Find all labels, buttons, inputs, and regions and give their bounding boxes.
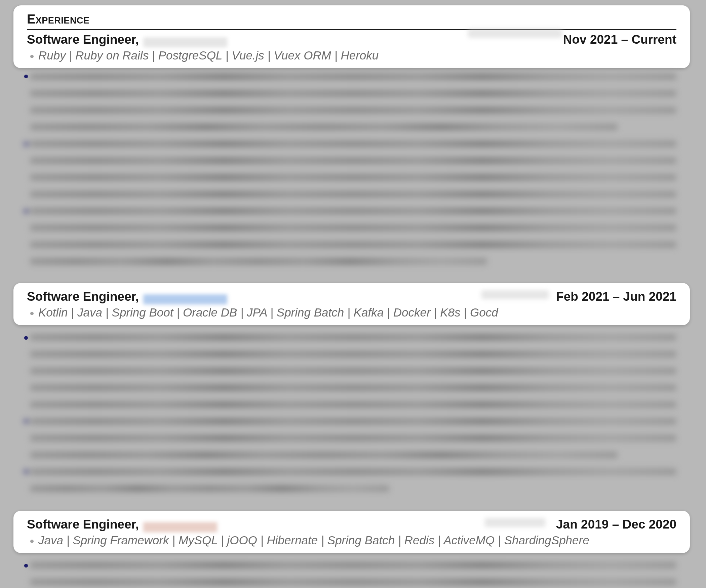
redacted-line bbox=[30, 191, 676, 198]
redacted-line bbox=[30, 579, 676, 585]
redacted-line bbox=[30, 157, 676, 164]
location-redacted bbox=[468, 29, 562, 38]
role-dates: Jan 2019 – Dec 2020 bbox=[556, 517, 676, 532]
role-dates: Nov 2021 – Current bbox=[563, 33, 676, 47]
role-row: Software Engineer, Nov 2021 – Current bbox=[27, 33, 676, 47]
experience-block-2: Software Engineer, Feb 2021 – Jun 2021 K… bbox=[13, 283, 690, 325]
redacted-line bbox=[30, 73, 676, 80]
redacted-line bbox=[30, 241, 676, 248]
tech-stack-line: Java | Spring Framework | MySQL | jOOQ |… bbox=[38, 534, 676, 547]
role-title-wrap: Software Engineer, bbox=[27, 290, 227, 304]
redacted-line bbox=[30, 435, 676, 442]
role-row: Software Engineer, Feb 2021 – Jun 2021 bbox=[27, 290, 676, 304]
location-redacted bbox=[485, 518, 545, 527]
resume-page: Experience Software Engineer, Nov 2021 –… bbox=[0, 0, 706, 588]
redacted-content-region bbox=[30, 334, 682, 502]
redacted-line bbox=[30, 334, 676, 341]
role-title-wrap: Software Engineer, bbox=[27, 33, 227, 47]
section-header-experience: Experience bbox=[27, 12, 676, 30]
redacted-line bbox=[30, 258, 487, 265]
redacted-line bbox=[30, 208, 676, 214]
bullet-icon bbox=[24, 419, 28, 423]
location-redacted bbox=[481, 290, 549, 299]
redacted-line bbox=[30, 468, 676, 475]
redacted-content-region bbox=[30, 562, 682, 588]
redacted-line bbox=[30, 124, 617, 130]
bullet-icon bbox=[24, 75, 28, 78]
bullet-icon bbox=[24, 336, 28, 340]
company-redacted bbox=[143, 37, 227, 47]
redacted-line bbox=[30, 485, 389, 492]
tech-stack-line: Ruby | Ruby on Rails | PostgreSQL | Vue.… bbox=[38, 49, 676, 62]
redacted-content-region bbox=[30, 73, 682, 275]
bullet-icon bbox=[24, 142, 28, 146]
redacted-line bbox=[30, 174, 676, 181]
tech-stack-line: Kotlin | Java | Spring Boot | Oracle DB … bbox=[38, 306, 676, 319]
bullet-icon bbox=[24, 209, 28, 213]
role-title: Software Engineer, bbox=[27, 517, 139, 531]
redacted-line bbox=[30, 90, 676, 97]
redacted-line bbox=[30, 351, 676, 358]
bullet-icon bbox=[24, 470, 28, 473]
redacted-line bbox=[30, 368, 676, 374]
role-title-wrap: Software Engineer, bbox=[27, 517, 217, 532]
redacted-line bbox=[30, 562, 676, 569]
company-redacted bbox=[143, 522, 217, 532]
redacted-line bbox=[30, 107, 676, 114]
redacted-line bbox=[30, 418, 676, 425]
bullet-icon bbox=[24, 564, 28, 568]
role-row: Software Engineer, Jan 2019 – Dec 2020 bbox=[27, 517, 676, 532]
experience-block-1: Experience Software Engineer, Nov 2021 –… bbox=[13, 5, 690, 68]
role-dates: Feb 2021 – Jun 2021 bbox=[556, 290, 676, 304]
redacted-line bbox=[30, 452, 617, 458]
role-title: Software Engineer, bbox=[27, 290, 139, 303]
redacted-line bbox=[30, 384, 676, 391]
experience-block-3: Software Engineer, Jan 2019 – Dec 2020 J… bbox=[13, 511, 690, 553]
company-redacted bbox=[143, 294, 227, 304]
role-title: Software Engineer, bbox=[27, 33, 139, 46]
redacted-line bbox=[30, 401, 676, 408]
redacted-line bbox=[30, 224, 676, 231]
redacted-line bbox=[30, 140, 676, 147]
